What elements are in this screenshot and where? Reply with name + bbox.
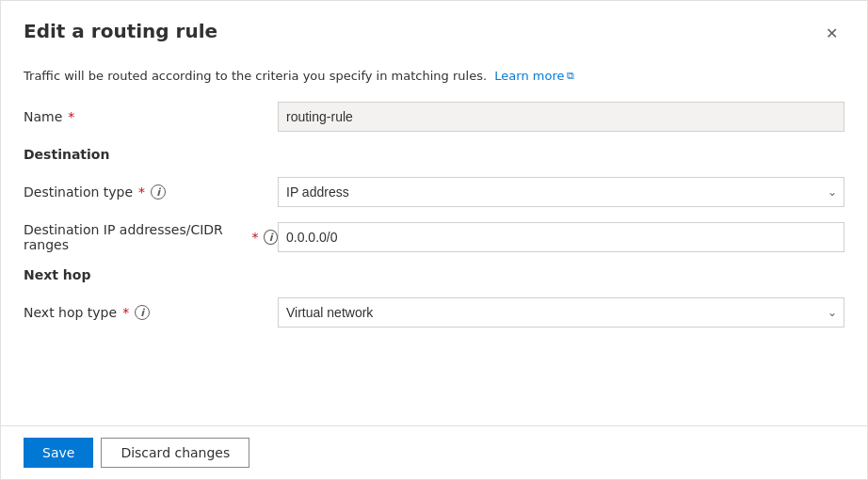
- next-hop-section-title: Next hop: [24, 267, 844, 282]
- next-hop-type-select-wrapper: Virtual network Internet None Virtual ap…: [278, 297, 844, 328]
- destination-ip-row: Destination IP addresses/CIDR ranges * i: [24, 222, 844, 252]
- learn-more-link[interactable]: Learn more ⧉: [494, 69, 574, 83]
- save-button[interactable]: Save: [24, 438, 93, 468]
- next-hop-type-label: Next hop type * i: [24, 305, 278, 320]
- destination-ip-info-icon[interactable]: i: [264, 230, 278, 245]
- close-button[interactable]: ✕: [818, 20, 844, 46]
- destination-type-row: Destination type * i IP address Service …: [24, 177, 844, 207]
- info-text: Traffic will be routed according to the …: [24, 69, 844, 83]
- destination-ip-label: Destination IP addresses/CIDR ranges * i: [24, 222, 278, 252]
- close-icon: ✕: [826, 24, 838, 42]
- discard-button[interactable]: Discard changes: [101, 438, 249, 468]
- dialog-header: Edit a routing rule ✕: [1, 1, 867, 61]
- destination-ip-field-wrapper: [278, 222, 844, 252]
- edit-routing-rule-dialog: Edit a routing rule ✕ Traffic will be ro…: [0, 0, 868, 480]
- name-required-star: *: [68, 109, 74, 124]
- destination-section-title: Destination: [24, 147, 844, 162]
- destination-type-label: Destination type * i: [24, 184, 278, 200]
- name-input[interactable]: [278, 102, 844, 132]
- destination-ip-input[interactable]: [278, 222, 844, 252]
- name-field-wrapper: [278, 102, 844, 132]
- next-hop-type-required-star: *: [122, 305, 129, 320]
- next-hop-type-info-icon[interactable]: i: [135, 305, 150, 320]
- destination-type-info-icon[interactable]: i: [151, 184, 166, 200]
- external-link-icon: ⧉: [567, 70, 574, 82]
- destination-type-select-wrapper: IP address Service Tag Virtual network ⌄: [278, 177, 844, 207]
- dialog-title: Edit a routing rule: [24, 20, 217, 42]
- destination-ip-required-star: *: [251, 230, 258, 245]
- name-row: Name *: [24, 102, 844, 132]
- dialog-footer: Save Discard changes: [1, 425, 867, 479]
- next-hop-type-field-wrapper: Virtual network Internet None Virtual ap…: [278, 297, 844, 328]
- destination-type-required-star: *: [138, 184, 145, 200]
- next-hop-type-select[interactable]: Virtual network Internet None Virtual ap…: [278, 297, 844, 328]
- name-label: Name *: [24, 109, 278, 124]
- dialog-body: Traffic will be routed according to the …: [1, 61, 867, 425]
- destination-type-select[interactable]: IP address Service Tag Virtual network: [278, 177, 844, 207]
- destination-type-field-wrapper: IP address Service Tag Virtual network ⌄: [278, 177, 844, 207]
- next-hop-type-row: Next hop type * i Virtual network Intern…: [24, 297, 844, 328]
